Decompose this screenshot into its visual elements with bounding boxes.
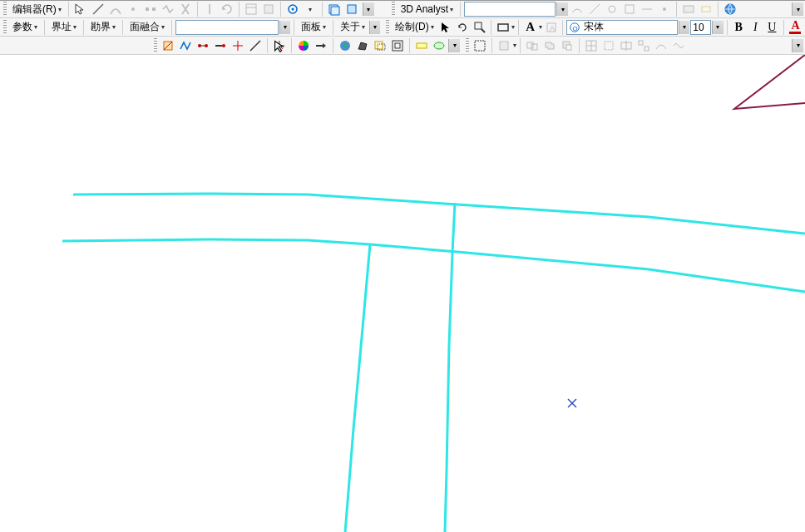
separator xyxy=(579,38,580,53)
trace-tool-icon[interactable] xyxy=(177,37,194,54)
map-canvas[interactable] xyxy=(0,55,805,532)
separator xyxy=(294,20,294,35)
toolbar-grip xyxy=(392,2,395,17)
svg-rect-54 xyxy=(500,42,508,50)
connect-points-icon[interactable] xyxy=(195,37,211,54)
grid-tool-icon xyxy=(583,37,600,54)
interpolate-point-icon xyxy=(656,1,673,17)
font-name: 宋体 xyxy=(584,20,604,34)
intersect-tool-icon[interactable] xyxy=(247,37,264,54)
survey-menu[interactable]: 勘界▾ xyxy=(87,18,119,36)
font-combo-arrow[interactable]: ▾ xyxy=(679,21,689,34)
text-tool-icon[interactable]: A xyxy=(522,19,538,36)
extend-line-icon[interactable] xyxy=(212,37,229,54)
align-tool-icon[interactable] xyxy=(313,37,329,54)
separator xyxy=(291,38,292,53)
font-size-combo[interactable]: 10 xyxy=(690,20,711,35)
svg-rect-17 xyxy=(684,6,694,12)
svg-rect-49 xyxy=(393,41,402,51)
toolbar-overflow-icon[interactable]: ▾ xyxy=(448,39,460,52)
mask-tool-icon[interactable] xyxy=(372,37,388,54)
polygon-tool-icon[interactable] xyxy=(354,37,371,54)
shape-dropdown-icon[interactable]: ▾ xyxy=(511,23,515,31)
font-color-label: A xyxy=(791,20,799,32)
layer-combo-arrow[interactable]: ▾ xyxy=(556,2,568,16)
rotate-tool-icon xyxy=(219,1,235,17)
union-tool-icon xyxy=(541,37,558,54)
svg-rect-50 xyxy=(395,43,400,48)
analyst-menu[interactable]: 3D Analyst▾ xyxy=(398,2,457,17)
edit-text-icon: A xyxy=(543,19,559,36)
separator xyxy=(322,2,323,17)
toolbar-overflow-icon[interactable]: ▾ xyxy=(369,21,380,34)
highlight-tool-icon[interactable] xyxy=(413,37,430,54)
separator xyxy=(267,38,268,53)
separator xyxy=(727,20,728,35)
clip-dropdown-icon[interactable]: ▾ xyxy=(513,42,516,49)
cross-tool-icon[interactable] xyxy=(230,37,246,54)
toolbar-overflow-icon[interactable]: ▾ xyxy=(792,2,803,16)
world-tool-icon[interactable] xyxy=(337,37,353,54)
toolbar-grip xyxy=(3,2,7,17)
create-polygon-icon[interactable] xyxy=(160,37,176,54)
reshape-tool-icon xyxy=(160,1,176,17)
shape-tool-icon[interactable] xyxy=(431,37,447,54)
separator xyxy=(333,38,333,53)
smooth-tool-icon xyxy=(670,37,687,54)
svg-rect-5 xyxy=(246,4,256,14)
separator xyxy=(676,2,677,17)
svg-line-22 xyxy=(482,29,485,32)
select-rect-icon[interactable] xyxy=(472,37,488,54)
toolbar-grip xyxy=(466,38,469,53)
about-menu[interactable]: 关于▾ xyxy=(337,18,368,36)
italic-button[interactable]: I xyxy=(748,19,763,36)
contour-tool-icon xyxy=(569,1,585,17)
toolbar-row-2: 参数▾ 界址▾ 勘界▾ 面融合▾ ▾ 面板▾ 关于▾ ▾ 绘制(D)▾ ▾ A … xyxy=(0,18,805,37)
draw-menu[interactable]: 绘制(D)▾ xyxy=(392,18,437,36)
font-combo[interactable]: O 宋体 xyxy=(566,20,678,35)
crop-tool-icon xyxy=(600,37,617,54)
layer-combo[interactable] xyxy=(464,2,556,17)
layer-select-arrow[interactable]: ▾ xyxy=(279,21,290,34)
separator xyxy=(520,38,521,53)
toolbar-overflow-icon[interactable]: ▾ xyxy=(792,39,803,52)
text-dropdown-icon[interactable]: ▾ xyxy=(539,23,542,31)
params-menu[interactable]: 参数▾ xyxy=(9,18,41,36)
bold-button[interactable]: B xyxy=(731,19,747,36)
editor-menu[interactable]: 编辑器(R)▾ xyxy=(9,1,65,18)
toolbar-overflow-icon[interactable]: ▾ xyxy=(363,2,374,16)
font-size-arrow[interactable]: ▾ xyxy=(712,21,723,34)
svg-rect-66 xyxy=(644,47,649,51)
font-color-button[interactable]: A xyxy=(788,19,803,36)
arc-tool-icon xyxy=(107,1,124,17)
underline-button[interactable]: U xyxy=(764,19,780,36)
zoom-to-selected-icon[interactable] xyxy=(472,19,487,36)
separator xyxy=(171,20,172,35)
svg-point-14 xyxy=(609,6,615,12)
rotate-icon[interactable] xyxy=(455,19,471,36)
color-wheel-icon[interactable] xyxy=(295,37,312,54)
globe-icon[interactable] xyxy=(722,1,738,17)
line-tool-icon[interactable] xyxy=(90,1,106,17)
toolbar-grip xyxy=(154,38,157,53)
select-elements-icon[interactable] xyxy=(438,19,454,36)
construct-icon[interactable] xyxy=(343,1,360,17)
font-preview-icon: O xyxy=(569,22,580,33)
target-icon[interactable]: ▾ xyxy=(302,1,319,17)
svg-line-0 xyxy=(93,4,103,14)
pointer-tool-icon[interactable] xyxy=(72,1,89,17)
attributes-icon xyxy=(243,1,259,17)
frame-tool-icon[interactable] xyxy=(389,37,406,54)
create-features-icon[interactable] xyxy=(326,1,343,17)
rectangle-tool-icon[interactable] xyxy=(495,19,511,36)
toolbar-row-3: ▾ ▾ ▾ xyxy=(0,37,805,55)
panel-menu[interactable]: 面板▾ xyxy=(298,18,329,36)
toolbar-grip xyxy=(3,20,7,35)
separator xyxy=(491,20,491,35)
snapping-icon[interactable] xyxy=(284,1,301,17)
boundary-menu[interactable]: 界址▾ xyxy=(48,18,80,36)
merge-tool-icon xyxy=(524,37,541,54)
merge-menu[interactable]: 面融合▾ xyxy=(126,18,168,36)
burst-tool-icon[interactable] xyxy=(271,37,288,54)
layer-select-combo[interactable] xyxy=(175,20,279,35)
